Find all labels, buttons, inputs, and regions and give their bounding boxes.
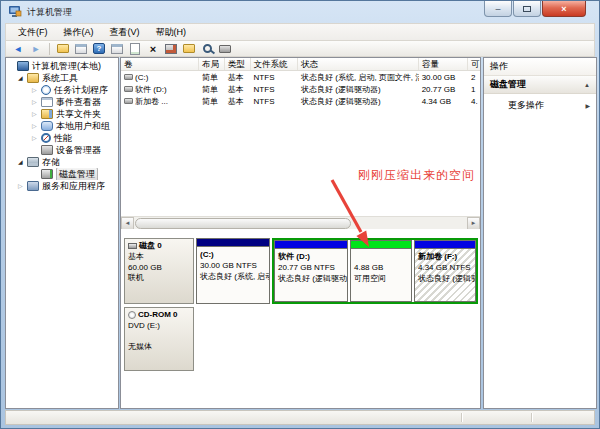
partition-d[interactable]: 软件 (D:) 20.77 GB NTFS 状态良好 (逻辑驱动 bbox=[274, 240, 348, 302]
volume-row-d[interactable]: 软件 (D:) 简单 基本 NTFS 状态良好 (逻辑驱动器) 20.77 GB… bbox=[121, 83, 480, 95]
maximize-button[interactable] bbox=[513, 1, 541, 17]
collapse-arrow-icon[interactable]: ▷ bbox=[32, 132, 41, 144]
clock-icon bbox=[41, 85, 51, 95]
export-list-icon[interactable] bbox=[128, 42, 142, 55]
minimize-button[interactable]: – bbox=[484, 1, 512, 17]
close-button[interactable]: × bbox=[542, 1, 586, 17]
help-icon[interactable]: ? bbox=[92, 42, 106, 55]
scroll-left-icon[interactable]: ◄ bbox=[121, 217, 134, 230]
forward-icon[interactable]: ► bbox=[29, 42, 43, 55]
collapse-arrow-icon[interactable]: ▷ bbox=[32, 108, 41, 120]
logical-drive-bar bbox=[415, 241, 475, 249]
search-icon[interactable] bbox=[200, 42, 214, 55]
back-icon[interactable]: ◄ bbox=[11, 42, 25, 55]
collapse-arrow-icon[interactable]: ▷ bbox=[32, 120, 41, 132]
disk-management-pane: 卷 布局 类型 文件系统 状态 容量 可 (C:) 简单 基本 NTFS 状态良… bbox=[120, 57, 481, 409]
column-type[interactable]: 类型 bbox=[225, 58, 251, 70]
logical-drive-bar bbox=[275, 241, 347, 249]
collapse-arrow-icon[interactable]: ▷ bbox=[32, 84, 41, 96]
open-folder-icon[interactable] bbox=[182, 42, 196, 55]
menu-bar: 文件(F) 操作(A) 查看(V) 帮助(H) bbox=[5, 23, 595, 40]
console-window-icon[interactable] bbox=[74, 42, 88, 55]
collapse-arrow-icon[interactable]: ▷ bbox=[18, 180, 27, 192]
expand-arrow-icon[interactable]: ◢ bbox=[18, 72, 27, 84]
collapse-arrow-icon[interactable]: ▷ bbox=[32, 96, 41, 108]
disk-icon bbox=[128, 243, 137, 249]
chevron-right-icon: ▶ bbox=[585, 102, 590, 109]
volume-icon bbox=[124, 74, 133, 80]
toolbar: ◄ ► ? × bbox=[5, 40, 595, 57]
actions-section-disk-management[interactable]: 磁盘管理 ▲ bbox=[484, 76, 596, 94]
volume-row-f[interactable]: 新加卷 ... 简单 基本 NTFS 状态良好 (逻辑驱动器) 4.34 GB … bbox=[121, 95, 480, 107]
column-free-space[interactable]: 可 bbox=[468, 58, 480, 70]
window-title: 计算机管理 bbox=[27, 6, 72, 19]
column-layout[interactable]: 布局 bbox=[199, 58, 225, 70]
sidebar-item-system-tools[interactable]: ◢ 系统工具 bbox=[6, 72, 118, 84]
more-actions-item[interactable]: 更多操作 ▶ bbox=[484, 94, 596, 112]
device-manager-icon bbox=[41, 145, 53, 155]
cdrom-row: CD-ROM 0 DVD (E:) 无媒体 bbox=[124, 307, 194, 371]
sidebar-item-task-scheduler[interactable]: ▷ 任务计划程序 bbox=[6, 84, 118, 96]
expand-arrow-icon[interactable]: ◢ bbox=[18, 156, 27, 168]
sidebar-item-event-viewer[interactable]: ▷ 事件查看器 bbox=[6, 96, 118, 108]
menu-action[interactable]: 操作(A) bbox=[56, 24, 102, 41]
menu-help[interactable]: 帮助(H) bbox=[148, 24, 195, 41]
sidebar-item-device-manager[interactable]: 设备管理器 bbox=[6, 144, 118, 156]
sidebar-item-shared-folders[interactable]: ▷ 共享文件夹 bbox=[6, 108, 118, 120]
volume-icon bbox=[124, 98, 133, 104]
console-window2-icon[interactable] bbox=[110, 42, 124, 55]
scrollbar-thumb[interactable] bbox=[135, 218, 351, 229]
sidebar-item-services-applications[interactable]: ▷ 服务和应用程序 bbox=[6, 180, 118, 192]
delete-icon[interactable]: × bbox=[146, 42, 160, 55]
disk0-label[interactable]: 磁盘 0 基本 60.00 GB 联机 bbox=[124, 238, 194, 304]
maximize-icon bbox=[523, 6, 531, 12]
toolbar-separator bbox=[49, 43, 50, 55]
horizontal-scrollbar[interactable]: ◄ ► bbox=[121, 216, 480, 229]
extended-partition-frame: 软件 (D:) 20.77 GB NTFS 状态良好 (逻辑驱动 4.88 GB… bbox=[272, 238, 478, 304]
cd-icon bbox=[128, 311, 136, 319]
scroll-right-icon[interactable]: ► bbox=[467, 217, 480, 230]
services-icon bbox=[27, 181, 39, 191]
menu-file[interactable]: 文件(F) bbox=[10, 24, 56, 41]
app-icon bbox=[9, 6, 22, 18]
console-tree: 计算机管理(本地) ◢ 系统工具 ▷ 任务计划程序 ▷ 事件查看器 ▷ 共享文件… bbox=[5, 57, 119, 409]
sidebar-item-performance[interactable]: ▷ 性能 bbox=[6, 132, 118, 144]
status-separator bbox=[461, 413, 462, 422]
volume-row-c[interactable]: (C:) 简单 基本 NTFS 状态良好 (系统, 启动, 页面文件, 活动, … bbox=[121, 71, 480, 83]
help-disk-icon[interactable] bbox=[218, 42, 232, 55]
actions-pane: 操作 磁盘管理 ▲ 更多操作 ▶ bbox=[483, 57, 597, 409]
disk-icon bbox=[41, 169, 53, 179]
performance-icon bbox=[41, 133, 51, 143]
tools-icon bbox=[27, 73, 39, 83]
status-separator bbox=[531, 413, 532, 422]
free-space-partition[interactable]: 4.88 GB 可用空间 bbox=[350, 240, 412, 302]
free-space-bar bbox=[351, 241, 411, 249]
column-capacity[interactable]: 容量 bbox=[419, 58, 468, 70]
column-filesystem[interactable]: 文件系统 bbox=[251, 58, 298, 70]
status-bar bbox=[5, 410, 595, 425]
volume-list-header: 卷 布局 类型 文件系统 状态 容量 可 bbox=[121, 58, 480, 71]
chevron-up-icon[interactable]: ▲ bbox=[584, 82, 590, 88]
graphical-view: 磁盘 0 基本 60.00 GB 联机 (C:) 30.00 GB NTFS 状… bbox=[121, 229, 480, 391]
shared-folder-icon bbox=[41, 109, 53, 119]
title-bar: 计算机管理 – × bbox=[1, 1, 599, 23]
menu-view[interactable]: 查看(V) bbox=[102, 24, 148, 41]
computer-icon bbox=[17, 61, 29, 71]
partition-f[interactable]: 新加卷 (F:) 4.34 GB NTFS 状态良好 (逻辑驱 bbox=[414, 240, 476, 302]
partition-c[interactable]: (C:) 30.00 GB NTFS 状态良好 (系统, 启动, bbox=[196, 238, 270, 304]
volume-icon bbox=[124, 86, 133, 92]
sidebar-item-local-users-groups[interactable]: ▷ 本地用户和组 bbox=[6, 120, 118, 132]
actions-header: 操作 bbox=[484, 58, 596, 76]
computer-management-window: 计算机管理 – × 文件(F) 操作(A) 查看(V) 帮助(H) ◄ ► ? … bbox=[0, 0, 600, 429]
column-volume[interactable]: 卷 bbox=[121, 58, 199, 70]
up-level-icon[interactable] bbox=[56, 42, 70, 55]
cdrom-label[interactable]: CD-ROM 0 DVD (E:) 无媒体 bbox=[124, 307, 194, 371]
primary-partition-bar bbox=[197, 239, 269, 247]
storage-icon bbox=[27, 157, 39, 167]
sidebar-item-disk-management[interactable]: 磁盘管理 bbox=[6, 168, 118, 180]
column-status[interactable]: 状态 bbox=[298, 58, 419, 70]
sidebar-item-computer-management[interactable]: 计算机管理(本地) bbox=[6, 60, 118, 72]
properties-icon[interactable] bbox=[164, 42, 178, 55]
sidebar-item-storage[interactable]: ◢ 存储 bbox=[6, 156, 118, 168]
disk0-row: 磁盘 0 基本 60.00 GB 联机 (C:) 30.00 GB NTFS 状… bbox=[124, 238, 478, 304]
